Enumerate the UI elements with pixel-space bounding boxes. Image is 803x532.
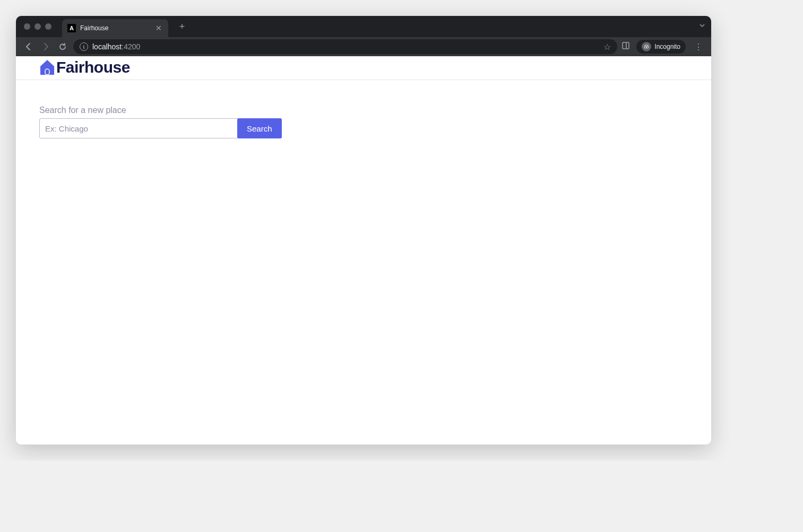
svg-point-2 (644, 46, 646, 48)
search-label: Search for a new place (39, 106, 688, 115)
page-viewport: Fairhouse Search for a new place Search (16, 56, 711, 444)
search-input[interactable] (39, 118, 238, 138)
window-close-icon[interactable] (24, 23, 30, 30)
window-maximize-icon[interactable] (45, 23, 51, 30)
main-content: Search for a new place Search (16, 80, 711, 164)
back-button[interactable] (22, 40, 35, 53)
browser-tab-bar: A Fairhouse ✕ + (16, 16, 711, 37)
search-form: Search (39, 118, 688, 138)
tab-close-icon[interactable]: ✕ (154, 24, 163, 32)
brand-name: Fairhouse (56, 58, 130, 76)
browser-window: A Fairhouse ✕ + i localhost:4200 ☆ (16, 16, 711, 444)
browser-menu-icon[interactable]: ⋮ (692, 42, 705, 52)
url-port: :4200 (122, 42, 140, 51)
incognito-icon (642, 42, 651, 51)
forward-button[interactable] (39, 40, 52, 53)
app-header: Fairhouse (16, 56, 711, 80)
house-icon (39, 59, 55, 76)
tab-title: Fairhouse (80, 24, 150, 32)
side-panel-icon[interactable] (621, 41, 630, 52)
browser-address-bar: i localhost:4200 ☆ Incognito ⋮ (16, 37, 711, 56)
window-minimize-icon[interactable] (34, 23, 41, 30)
favicon-letter: A (70, 25, 74, 31)
url-host: localhost (92, 42, 122, 51)
bookmark-star-icon[interactable]: ☆ (603, 42, 611, 52)
tabs-overflow-icon[interactable] (698, 22, 706, 31)
site-info-icon[interactable]: i (80, 42, 88, 51)
incognito-badge[interactable]: Incognito (636, 40, 686, 54)
incognito-label: Incognito (654, 43, 680, 50)
window-controls (24, 23, 51, 30)
tab-favicon-icon: A (67, 24, 76, 32)
svg-point-3 (646, 46, 649, 48)
address-bar-right: Incognito ⋮ (621, 40, 705, 54)
search-button[interactable]: Search (237, 118, 282, 138)
reload-button[interactable] (56, 40, 69, 53)
new-tab-button[interactable]: + (175, 19, 189, 34)
browser-tab[interactable]: A Fairhouse ✕ (62, 19, 168, 37)
svg-rect-0 (623, 42, 629, 49)
url-box[interactable]: i localhost:4200 ☆ (73, 39, 617, 54)
app-logo[interactable]: Fairhouse (39, 58, 130, 76)
url-text: localhost:4200 (92, 42, 599, 51)
